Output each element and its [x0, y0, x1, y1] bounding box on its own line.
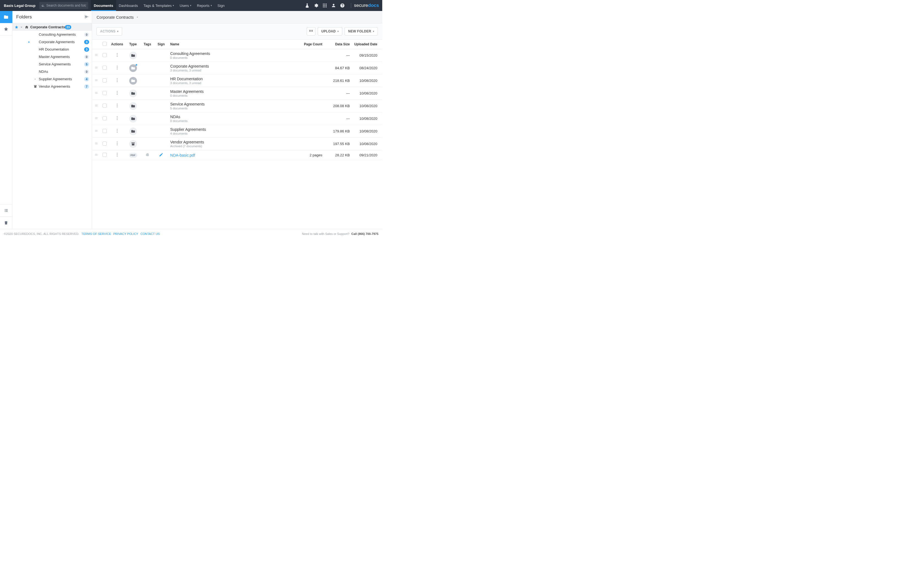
footer-terms-link[interactable]: TERMS OF SERVICE [81, 232, 111, 235]
tree-item[interactable]: Vendor Agreements7 [12, 83, 92, 90]
row-name[interactable]: NDA-basic.pdf [170, 153, 292, 158]
new-folder-button[interactable]: NEW FOLDER ▾ [344, 27, 378, 35]
svg-point-8 [117, 81, 118, 82]
search-input[interactable] [46, 3, 86, 7]
nav-tab-sign[interactable]: Sign [215, 0, 228, 11]
flask-icon[interactable] [305, 3, 310, 8]
folder-sidebar: Folders Corporate Contracts 23 Consultin… [12, 11, 92, 229]
sidebar-collapse-button[interactable] [84, 14, 89, 20]
actions-label: ACTIONS [100, 29, 115, 33]
grid-view-icon [309, 29, 313, 34]
row-checkbox[interactable] [103, 78, 107, 82]
svg-point-25 [117, 155, 118, 155]
row-actions-menu[interactable] [116, 142, 118, 146]
gear-icon[interactable] [313, 3, 318, 8]
rail-trash-button[interactable] [0, 217, 12, 229]
th-type[interactable]: Type [125, 40, 141, 49]
th-size[interactable]: Data Size [325, 40, 352, 49]
folder-icon [129, 90, 137, 97]
drag-handle[interactable] [94, 79, 98, 83]
nav-tab-dashboards[interactable]: Dashboards [116, 0, 141, 11]
tree-item[interactable]: Consulting Agreements0 [12, 31, 92, 38]
footer-copyright: ©2020 SECUREDOCS, INC. ALL RIGHTS RESERV… [4, 232, 79, 235]
user-icon[interactable] [331, 3, 336, 8]
row-checkbox[interactable] [103, 153, 107, 157]
row-checkbox[interactable] [103, 53, 107, 57]
svg-point-18 [117, 129, 118, 130]
table-row[interactable]: NDAs0 documents—10/08/2020 [92, 112, 382, 125]
list-icon [3, 208, 8, 213]
row-actions-menu[interactable] [116, 104, 118, 108]
table-row[interactable]: HR Documentation3 documents, 3 unread218… [92, 74, 382, 87]
svg-point-2 [117, 56, 118, 57]
table-row[interactable]: Vendor AgreementsArchived (7 documents)1… [92, 138, 382, 150]
rail-list-button[interactable] [0, 205, 12, 216]
apps-icon[interactable] [322, 3, 327, 8]
tree-item[interactable]: NDAs0 [12, 68, 92, 75]
table-row[interactable]: Consulting Agreements0 documents—09/15/2… [92, 49, 382, 62]
table-row[interactable]: Corporate Agreements3 documents, 3 unrea… [92, 62, 382, 74]
th-sign[interactable]: Sign [154, 40, 168, 49]
drag-handle[interactable] [94, 66, 98, 70]
chevron-down-icon: ▾ [373, 30, 374, 33]
tree-item[interactable]: HR Documentation3 [12, 46, 92, 53]
nav-tab-users[interactable]: Users▾ [177, 0, 194, 11]
row-actions-menu[interactable] [116, 53, 118, 58]
row-actions-menu[interactable] [116, 153, 118, 158]
drag-handle[interactable] [94, 53, 98, 57]
table-row[interactable]: Master Agreements0 documents—10/08/2020 [92, 87, 382, 100]
trash-icon [3, 220, 8, 225]
footer-contact-link[interactable]: CONTACT US [141, 232, 160, 235]
chevron-down-icon[interactable] [136, 16, 139, 19]
table-row[interactable]: Supplier Agreements4 documents179.86 KB1… [92, 125, 382, 138]
tree-item[interactable]: Master Agreements0 [12, 53, 92, 60]
nav-tab-tags-templates[interactable]: Tags & Templates▾ [141, 0, 177, 11]
actions-button[interactable]: ACTIONS ▾ [97, 27, 122, 35]
drag-handle[interactable] [94, 129, 98, 133]
svg-point-23 [117, 145, 118, 145]
row-actions-menu[interactable] [116, 129, 118, 134]
select-all-checkbox[interactable] [103, 42, 107, 46]
drag-handle[interactable] [94, 142, 98, 146]
th-tags[interactable]: Tags [141, 40, 154, 49]
breadcrumb-current[interactable]: Corporate Contracts [97, 15, 134, 19]
svg-point-26 [117, 156, 118, 156]
row-checkbox[interactable] [103, 142, 107, 146]
help-icon[interactable] [340, 3, 345, 8]
drag-handle[interactable] [94, 153, 98, 157]
rail-folders-button[interactable] [0, 11, 12, 23]
th-actions[interactable]: Actions [109, 40, 125, 49]
row-checkbox[interactable] [103, 91, 107, 95]
row-checkbox[interactable] [103, 66, 107, 70]
tree-item[interactable]: Service Agreements5 [12, 60, 92, 68]
row-actions-menu[interactable] [116, 79, 118, 83]
view-toggle-button[interactable] [307, 27, 315, 35]
row-checkbox[interactable] [103, 103, 107, 108]
nav-tab-reports[interactable]: Reports▾ [194, 0, 215, 11]
table-row[interactable]: PDFNDA-basic.pdf2 pages28.22 KB09/21/202… [92, 150, 382, 160]
sign-icon[interactable] [159, 153, 163, 158]
row-actions-menu[interactable] [116, 66, 118, 70]
drag-handle[interactable] [94, 104, 98, 108]
drag-handle[interactable] [94, 116, 98, 121]
tree-item-label: Consulting Agreements [39, 32, 84, 37]
drag-handle[interactable] [94, 91, 98, 95]
row-actions-menu[interactable] [116, 92, 118, 96]
th-pages[interactable]: Page Count [294, 40, 325, 49]
row-checkbox[interactable] [103, 129, 107, 133]
row-checkbox[interactable] [103, 116, 107, 120]
table-row[interactable]: Service Agreements5 documents208.08 KB10… [92, 100, 382, 112]
nav-tab-documents[interactable]: Documents [91, 0, 116, 11]
svg-point-5 [117, 69, 118, 69]
tree-item[interactable]: Supplier Agreements4 [12, 75, 92, 83]
search-box[interactable] [39, 2, 88, 9]
tree-root[interactable]: Corporate Contracts 23 [12, 23, 92, 31]
footer-privacy-link[interactable]: PRIVACY POLICY [113, 232, 138, 235]
tags-icon[interactable] [145, 153, 150, 158]
rail-favorites-button[interactable] [0, 23, 12, 35]
upload-button[interactable]: UPLOAD ▾ [318, 27, 342, 35]
th-name[interactable]: Name [168, 40, 294, 49]
th-date[interactable]: Uploaded Date [352, 40, 382, 49]
tree-item[interactable]: Corporate Agreements3 [12, 38, 92, 46]
row-actions-menu[interactable] [116, 117, 118, 121]
